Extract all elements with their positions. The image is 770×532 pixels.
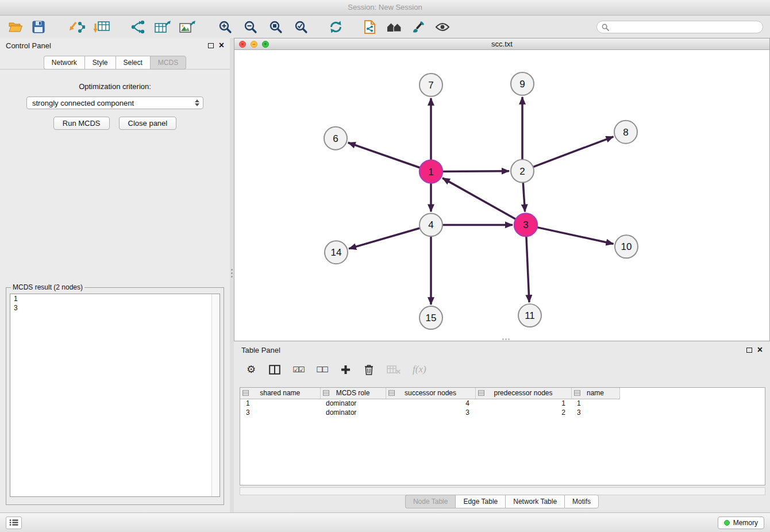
table-cell[interactable]: dominator — [320, 399, 386, 408]
graph-edge-2-8[interactable] — [533, 137, 614, 167]
column-header-name[interactable]: name — [571, 388, 619, 399]
run-mcds-button[interactable]: Run MCDS — [53, 117, 110, 130]
table-cell[interactable]: 1 — [475, 399, 571, 408]
close-table-panel-icon[interactable]: × — [757, 346, 763, 353]
search-input[interactable] — [612, 23, 758, 31]
graph-node-label-7: 7 — [428, 80, 433, 91]
search-field[interactable] — [596, 21, 763, 33]
float-panel-icon[interactable] — [208, 43, 214, 48]
tab-mcds[interactable]: MCDS — [150, 56, 186, 70]
apply-layout-button[interactable] — [327, 18, 344, 36]
mcds-result-item[interactable]: 3 — [10, 303, 220, 313]
eye-icon — [435, 22, 450, 32]
column-header-successor-nodes[interactable]: successor nodes — [386, 388, 475, 399]
columns-icon — [269, 365, 280, 375]
show-hide-button[interactable] — [434, 18, 451, 36]
tab-node-table[interactable]: Node Table — [405, 495, 456, 508]
home-button[interactable] — [386, 18, 403, 36]
open-folder-icon — [8, 21, 23, 33]
window-titlebar: Session: New Session — [0, 0, 770, 16]
graph-edge-1-6[interactable] — [348, 142, 420, 168]
deselect-all-button[interactable]: ☐☐ — [316, 362, 328, 377]
graph-edge-3-10[interactable] — [537, 228, 614, 244]
table-horizontal-scrollbar[interactable] — [240, 487, 765, 495]
graph-node-label-6: 6 — [333, 133, 338, 144]
graph-edge-3-11[interactable] — [526, 236, 529, 302]
table-row[interactable]: 1dominator411 — [240, 399, 765, 408]
add-column-button[interactable] — [340, 362, 351, 377]
show-columns-button[interactable] — [269, 362, 280, 377]
tab-motifs[interactable]: Motifs — [564, 495, 599, 508]
mcds-result-list[interactable]: 13 — [10, 294, 220, 497]
network-share-icon — [130, 20, 147, 34]
table-tabbar: Node Table Edge Table Network Table Moti… — [234, 495, 770, 508]
table-cell[interactable]: 1 — [571, 399, 619, 408]
network-graph[interactable]: 7968124314101511 — [234, 51, 769, 341]
new-network-button[interactable] — [130, 18, 147, 36]
tab-select[interactable]: Select — [116, 56, 150, 70]
column-header-mcds-role[interactable]: MCDS role — [320, 388, 386, 399]
delete-column-button[interactable] — [363, 362, 375, 377]
column-edit-icon — [242, 390, 249, 396]
export-table-button[interactable] — [154, 18, 171, 36]
zoom-in-icon — [218, 20, 232, 34]
network-canvas[interactable]: 7968124314101511 — [234, 51, 769, 341]
graph-node-label-9: 9 — [519, 79, 525, 90]
export-image-button[interactable] — [179, 18, 196, 36]
result-list-scrollbar[interactable] — [211, 294, 220, 496]
graph-edge-4-14[interactable] — [349, 228, 420, 249]
status-bar: Memory — [0, 512, 770, 532]
zoom-selected-icon — [294, 20, 308, 34]
save-session-button[interactable] — [30, 18, 47, 36]
import-network-button[interactable] — [68, 18, 85, 36]
table-cell[interactable]: 2 — [475, 408, 571, 417]
dropdown-stepper-icon — [195, 99, 199, 106]
table-row[interactable]: 3dominator323 — [240, 408, 765, 417]
tab-network-table[interactable]: Network Table — [505, 495, 564, 508]
table-panel-header: Table Panel × — [234, 342, 770, 357]
close-panel-button[interactable]: Close panel — [119, 117, 177, 130]
graph-edge-2-3[interactable] — [523, 183, 525, 212]
float-table-panel-icon[interactable] — [746, 348, 752, 353]
column-header-predecessor-nodes[interactable]: predecessor nodes — [475, 388, 571, 399]
mcds-result-item[interactable]: 1 — [10, 294, 220, 303]
graph-node-label-2: 2 — [519, 166, 525, 177]
table-cell[interactable]: 1 — [240, 399, 320, 408]
table-cell[interactable]: 4 — [386, 399, 475, 408]
table-cell[interactable]: 3 — [571, 408, 619, 417]
style-brush-button[interactable] — [410, 18, 427, 36]
search-icon — [602, 24, 609, 31]
task-history-button[interactable] — [6, 516, 22, 529]
graph-edge-3-1[interactable] — [442, 178, 516, 219]
tab-network[interactable]: Network — [44, 56, 84, 70]
window-zoom-icon[interactable]: + — [262, 41, 269, 48]
table-cell[interactable]: 3 — [240, 408, 320, 417]
zoom-out-button[interactable] — [242, 18, 259, 36]
memory-button[interactable]: Memory — [718, 516, 764, 529]
zoom-fit-button[interactable] — [267, 18, 284, 36]
column-edit-icon — [478, 390, 484, 396]
select-all-button[interactable]: ☑☑ — [292, 362, 304, 377]
network-window-titlebar[interactable]: × − + scc.txt — [234, 38, 769, 50]
graph-node-label-11: 11 — [525, 310, 535, 321]
import-table-button[interactable] — [93, 18, 110, 36]
close-panel-icon[interactable]: × — [219, 42, 224, 49]
zoom-selected-button[interactable] — [292, 18, 310, 36]
publish-network-button[interactable] — [361, 18, 379, 36]
open-session-button[interactable] — [7, 18, 24, 36]
column-header-shared-name[interactable]: shared name — [240, 388, 320, 399]
table-settings-button[interactable]: ⚙ — [245, 362, 257, 377]
table-cell[interactable]: 3 — [386, 408, 475, 417]
graph-edge-1-2[interactable] — [442, 171, 509, 172]
tab-edge-table[interactable]: Edge Table — [455, 495, 505, 508]
graph-node-label-3: 3 — [523, 219, 528, 230]
window-close-icon[interactable]: × — [239, 41, 246, 48]
task-list-icon — [9, 519, 18, 526]
table-panel: Table Panel × ⚙ ☑☑ ☐☐ — [234, 342, 770, 510]
table-cell[interactable]: dominator — [320, 408, 386, 417]
tab-style[interactable]: Style — [84, 56, 116, 70]
optimization-criterion-dropdown[interactable]: strongly connected component — [26, 97, 203, 109]
panel-splitter[interactable] — [230, 38, 234, 512]
zoom-in-button[interactable] — [217, 18, 234, 36]
window-minimize-icon[interactable]: − — [251, 41, 257, 48]
